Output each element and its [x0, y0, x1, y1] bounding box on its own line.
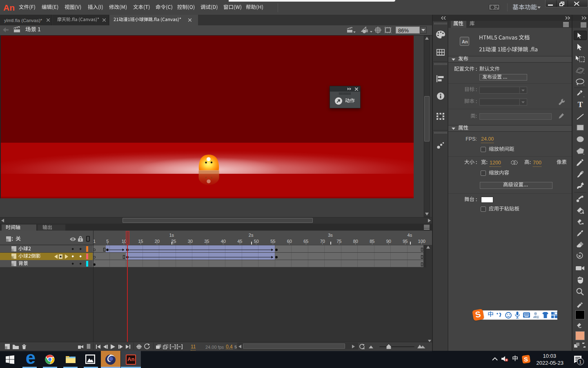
svg-text:T: T — [578, 101, 583, 108]
svg-text:e: e — [26, 353, 36, 365]
